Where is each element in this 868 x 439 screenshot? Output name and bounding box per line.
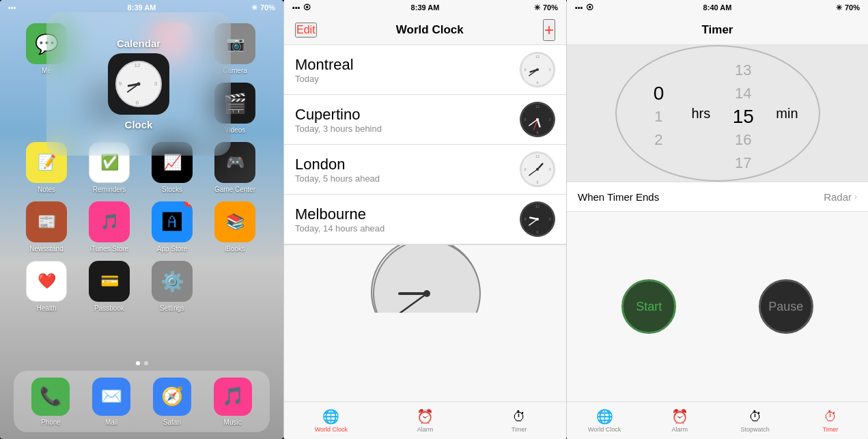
clock-row-montreal[interactable]: Montreal Today 12 3 6 9 — [284, 45, 566, 95]
dock-phone[interactable]: 📞 Phone — [31, 378, 70, 426]
tab-timer-3[interactable]: ⏱ Timer — [793, 402, 868, 439]
svg-text:6: 6 — [136, 100, 139, 106]
clock-folder-icon[interactable]: 12 3 6 9 — [108, 53, 169, 115]
mail-dock-icon[interactable]: ✉️ — [92, 378, 130, 416]
world-clock-tab-label-3: World Clock — [588, 426, 621, 433]
dock: 📞 Phone ✉️ Mail 🧭 Safari 🎵 Music — [14, 371, 270, 432]
clock-info-melbourne: Melbourne Today, 14 hours ahead — [295, 206, 520, 233]
world-clock-title: World Clock — [396, 23, 464, 37]
svg-point-40 — [536, 218, 539, 221]
dock-music[interactable]: 🎵 Music — [214, 378, 252, 426]
timer-ends-label: When Timer Ends — [578, 191, 659, 203]
phone-dock-icon[interactable]: 📞 — [31, 378, 70, 416]
bluetooth-icon-3: ✳ — [836, 3, 842, 12]
clock-row-cupertino[interactable]: Cupertino Today, 3 hours behind 12 3 6 9 — [284, 95, 566, 145]
timer-picker-area[interactable]: 0 1 2 hrs 13 14 15 16 17 min — [567, 45, 868, 182]
app-settings[interactable]: ⚙️ Settings — [145, 261, 199, 312]
status-right-3: ✳ 70% — [836, 3, 860, 12]
app-health[interactable]: ❤️ Health — [19, 261, 74, 312]
itunes-icon[interactable]: 🎵 — [89, 201, 130, 242]
when-cupertino: Today, 3 hours behind — [295, 124, 520, 134]
svg-text:6: 6 — [536, 130, 538, 134]
svg-point-44 — [423, 290, 430, 297]
add-clock-button[interactable]: + — [543, 19, 555, 41]
ibooks-icon[interactable]: 📚 — [214, 201, 255, 242]
edit-button[interactable]: Edit — [295, 23, 317, 38]
safari-dock-label: Safari — [163, 419, 181, 426]
app-app-store[interactable]: 🅰 4 App Store — [145, 201, 199, 253]
hours-picker[interactable]: 0 1 2 — [631, 59, 686, 168]
alarm-tab-icon-3: ⏰ — [671, 408, 688, 425]
phone3-timer: ▪▪▪ ⦿ 8:40 AM ✳ 70% Timer 0 1 2 hrs 13 1… — [567, 0, 868, 439]
status-bar-2: ▪▪▪ ⦿ 8:39 AM ✳ 70% — [284, 0, 566, 15]
timer-tab-label-2: Timer — [512, 426, 527, 433]
timer-ends-value-text: Radar — [824, 191, 852, 203]
tab-alarm-2[interactable]: ⏰ Alarm — [378, 402, 473, 439]
dock-mail[interactable]: ✉️ Mail — [92, 378, 130, 426]
analog-clock-cupertino: 12 3 6 9 — [520, 102, 555, 137]
clock-row-london[interactable]: London Today, 5 hours ahead 12 3 6 9 — [284, 145, 566, 195]
svg-text:3: 3 — [548, 217, 550, 221]
dot-1 — [136, 361, 140, 365]
status-left-3: ▪▪▪ ⦿ — [575, 3, 593, 12]
svg-text:12: 12 — [535, 104, 540, 109]
tab-stopwatch-3[interactable]: ⏱ Stopwatch — [718, 402, 793, 439]
newsstand-icon[interactable]: 📰 — [26, 201, 67, 242]
app-store-icon[interactable]: 🅰 4 — [152, 201, 193, 242]
settings-icon[interactable]: ⚙️ — [152, 261, 193, 302]
app-itunes[interactable]: 🎵 iTunes Store — [82, 201, 137, 253]
tab-alarm-3[interactable]: ⏰ Alarm — [642, 402, 717, 439]
folder-title: Calendar — [117, 38, 160, 49]
status-right-2: ✳ 70% — [534, 3, 558, 12]
city-melbourne: Melbourne — [295, 206, 520, 223]
timer-ends-value: Radar › — [824, 191, 857, 203]
svg-text:9: 9 — [524, 217, 526, 221]
pause-label: Pause — [768, 300, 803, 314]
svg-text:12: 12 — [535, 154, 540, 158]
alarm-tab-label-3: Alarm — [672, 426, 688, 433]
phone-dock-label: Phone — [41, 419, 61, 426]
min-item-16: 16 — [735, 128, 751, 152]
status-right-1: ✳ 70% — [251, 3, 275, 12]
start-button[interactable]: Start — [621, 279, 676, 334]
city-london: London — [295, 156, 520, 173]
tab-world-clock-3[interactable]: 🌐 World Clock — [567, 402, 642, 439]
game-center-label: Game Center — [214, 186, 255, 193]
status-time-1: 8:39 AM — [128, 3, 156, 12]
stopwatch-tab-label-3: Stopwatch — [741, 426, 770, 433]
app-store-label: App Store — [157, 245, 187, 253]
timer-ends-row[interactable]: When Timer Ends Radar › — [567, 182, 868, 212]
safari-dock-icon[interactable]: 🧭 — [153, 378, 191, 416]
folder-overlay[interactable]: Calendar 12 3 6 9 Clock — [46, 12, 231, 156]
svg-text:3: 3 — [548, 68, 550, 72]
passbook-icon[interactable]: 💳 — [89, 261, 130, 302]
svg-text:6: 6 — [536, 81, 538, 85]
clock-face-svg: 12 3 6 9 — [115, 60, 163, 108]
svg-text:9: 9 — [524, 117, 526, 122]
tab-bar-3: 🌐 World Clock ⏰ Alarm ⏱ Stopwatch ⏱ Time… — [567, 401, 868, 439]
app-ibooks[interactable]: 📚 iBooks — [208, 201, 262, 253]
app-passbook[interactable]: 💳 Passbook — [82, 261, 137, 312]
pause-button[interactable]: Pause — [759, 279, 813, 334]
status-left-2: ▪▪▪ ⦿ — [292, 3, 311, 12]
svg-text:6: 6 — [536, 180, 538, 184]
tab-timer-2[interactable]: ⏱ Timer — [472, 402, 566, 439]
when-melbourne: Today, 14 hours ahead — [295, 223, 520, 233]
signal-icon-3: ▪▪▪ — [575, 3, 583, 12]
music-dock-icon[interactable]: 🎵 — [214, 378, 252, 416]
tab-world-clock[interactable]: 🌐 World Clock — [284, 402, 378, 439]
min-label: min — [776, 106, 798, 122]
dock-safari[interactable]: 🧭 Safari — [153, 378, 191, 426]
signal-icon-2: ▪▪▪ — [292, 3, 300, 12]
clock-info-london: London Today, 5 hours ahead — [295, 156, 520, 184]
min-item-14: 14 — [735, 82, 751, 105]
alarm-tab-label-2: Alarm — [417, 426, 434, 433]
app-newsstand[interactable]: 📰 Newsstand — [19, 201, 74, 253]
minutes-picker[interactable]: 13 14 15 16 17 — [716, 59, 770, 168]
svg-point-24 — [536, 118, 539, 121]
app-store-badge: 4 — [184, 201, 193, 207]
health-icon[interactable]: ❤️ — [26, 261, 67, 302]
status-bar-3: ▪▪▪ ⦿ 8:40 AM ✳ 70% — [567, 0, 868, 15]
clock-row-melbourne[interactable]: Melbourne Today, 14 hours ahead 12 3 6 9 — [284, 195, 566, 244]
battery-text-3: 70% — [845, 3, 860, 12]
